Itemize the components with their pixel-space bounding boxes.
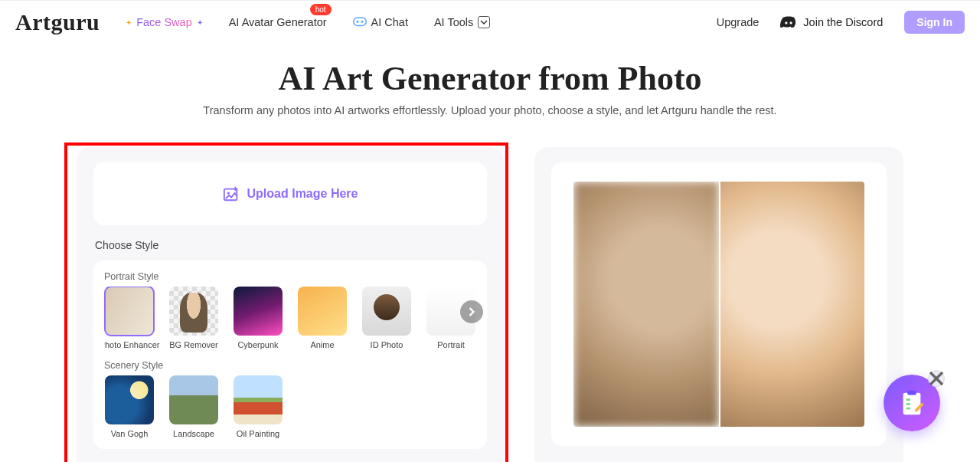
upload-dropzone[interactable]: Upload Image Here (93, 162, 487, 225)
discord-label: Join the Discord (803, 16, 883, 28)
chevron-down-icon (478, 16, 490, 28)
upload-image-icon (223, 185, 240, 202)
discord-link[interactable]: Join the Discord (780, 16, 883, 28)
nav-face-swap-label: Face Swap (136, 16, 192, 28)
nav-chat-label: AI Chat (371, 16, 408, 28)
svg-point-6 (227, 192, 229, 194)
choose-style-heading: Choose Style (95, 239, 487, 251)
logo[interactable]: Artguru (15, 9, 100, 35)
nav-face-swap[interactable]: ✦ Face Swap ✦ (126, 16, 203, 28)
upload-label: Upload Image Here (247, 187, 358, 201)
svg-point-2 (361, 21, 363, 23)
svg-point-1 (356, 21, 358, 23)
portrait-style-item[interactable]: Photo Enhancer (104, 287, 155, 349)
portrait-style-label: Portrait Style (104, 271, 476, 282)
scenery-style-item[interactable]: Van Gogh (104, 375, 155, 438)
style-caption: Landscape (173, 429, 214, 438)
style-caption: Portrait (437, 340, 464, 349)
style-caption: Photo Enhancer (104, 340, 159, 349)
svg-rect-0 (353, 18, 366, 26)
style-thumbnail (362, 287, 411, 336)
style-card: Portrait Style Photo EnhancerBG RemoverC… (93, 260, 487, 449)
left-panel: Upload Image Here Choose Style Portrait … (77, 147, 504, 462)
portrait-style-item[interactable]: ID Photo (361, 287, 412, 349)
style-caption: Van Gogh (111, 429, 149, 438)
scenery-style-label: Scenery Style (104, 360, 476, 371)
svg-rect-9 (906, 398, 910, 401)
clipboard-icon (897, 388, 926, 418)
main-nav: ✦ Face Swap ✦ AI Avatar Generator hot AI… (126, 16, 490, 28)
nav-tools-label: AI Tools (434, 16, 473, 28)
svg-rect-11 (906, 408, 910, 410)
style-thumbnail (105, 375, 154, 424)
svg-rect-10 (906, 403, 910, 405)
nav-avatar-label: AI Avatar Generator (229, 16, 327, 28)
style-caption: Anime (310, 340, 334, 349)
hot-badge: hot (310, 4, 332, 15)
svg-rect-7 (903, 393, 921, 415)
right-panel (534, 147, 903, 462)
scenery-style-item[interactable]: Landscape (168, 375, 219, 438)
nav-ai-tools[interactable]: AI Tools (434, 16, 490, 28)
svg-point-3 (786, 21, 788, 24)
nav-avatar-generator[interactable]: AI Avatar Generator hot (229, 16, 327, 28)
feedback-fab[interactable] (884, 375, 940, 431)
feedback-close-button[interactable] (928, 370, 945, 387)
hero: AI Art Generator from Photo Transform an… (0, 59, 980, 116)
style-thumbnail (169, 375, 218, 424)
left-panel-wrap: Upload Image Here Choose Style Portrait … (77, 147, 504, 462)
close-icon (929, 364, 944, 393)
style-caption: Oil Painting (237, 429, 279, 438)
svg-point-4 (790, 21, 792, 24)
preview-area (551, 162, 887, 446)
chat-icon (353, 17, 367, 28)
style-thumbnail (234, 375, 283, 424)
portrait-style-item[interactable]: BG Remover (168, 287, 219, 349)
scenery-style-item[interactable]: Oil Painting (233, 375, 283, 438)
header: Artguru ✦ Face Swap ✦ AI Avatar Generato… (0, 1, 980, 44)
header-right: Upgrade Join the Discord Sign In (717, 11, 965, 34)
panels: Upload Image Here Choose Style Portrait … (0, 116, 980, 462)
style-thumbnail (169, 287, 218, 336)
portrait-style-row: Photo EnhancerBG RemoverCyberpunkAnimeID… (104, 287, 476, 349)
page-subtitle: Transform any photos into AI artworks ef… (0, 104, 980, 116)
style-thumbnail (105, 287, 154, 336)
preview-after (719, 182, 864, 427)
style-thumbnail (234, 287, 283, 336)
upgrade-link[interactable]: Upgrade (717, 16, 760, 28)
sparkle-icon: ✦ (197, 18, 203, 27)
sparkle-icon: ✦ (126, 18, 132, 27)
scroll-next-button[interactable] (460, 300, 483, 323)
style-thumbnail (298, 287, 347, 336)
page-title: AI Art Generator from Photo (0, 59, 980, 98)
nav-ai-chat[interactable]: AI Chat (353, 16, 408, 28)
portrait-style-item[interactable]: Anime (297, 287, 348, 349)
preview-before (573, 182, 719, 427)
chevron-right-icon (467, 307, 476, 316)
before-after-image (573, 182, 864, 427)
style-caption: BG Remover (169, 340, 218, 349)
style-caption: ID Photo (371, 340, 403, 349)
svg-rect-8 (907, 391, 916, 395)
compare-divider[interactable] (719, 182, 720, 427)
discord-icon (780, 16, 797, 28)
signin-button[interactable]: Sign In (904, 11, 965, 34)
style-caption: Cyberpunk (237, 340, 278, 349)
scenery-style-row: Van GoghLandscapeOil Painting (104, 375, 476, 438)
portrait-style-item[interactable]: Cyberpunk (233, 287, 283, 349)
